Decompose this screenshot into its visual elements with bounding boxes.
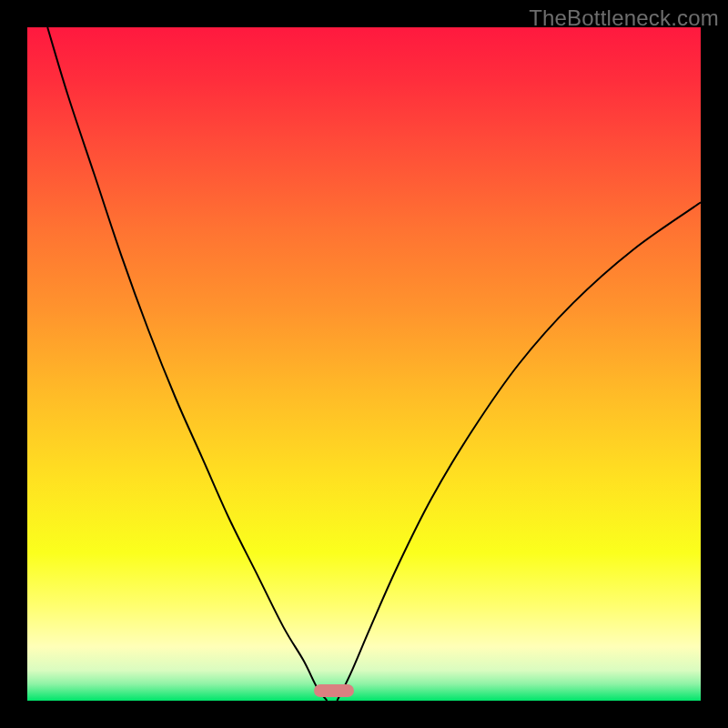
left-curve [47, 27, 327, 701]
right-curve [337, 202, 701, 701]
curves-layer [27, 27, 701, 701]
plot-area [27, 27, 701, 701]
watermark-text: TheBottleneck.com [529, 5, 719, 31]
chart-frame: TheBottleneck.com [0, 0, 728, 728]
optimum-marker [314, 684, 354, 697]
